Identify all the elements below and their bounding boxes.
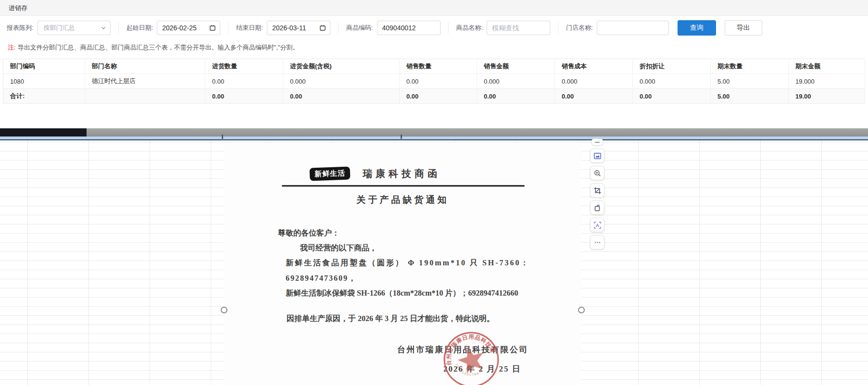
divider [118,23,119,33]
image-viewer-toolbar: A [590,138,604,249]
report-type-select[interactable]: 按部门汇总 [38,21,111,35]
report-table: 部门编码 部门名称 进货数量 进货金额(含税) 销售数量 销售金额 销售成本 折… [3,59,865,104]
copy-icon [593,204,602,212]
product-name-label: 商品名称: [456,24,483,32]
resize-handle-left[interactable] [221,307,227,313]
salutation: 尊敬的各位客户： [278,228,581,238]
end-date-label: 结束日期: [236,24,263,32]
letterhead-title: 瑞康科技商函 [363,167,440,180]
document-title: 关于产品缺货通知 [224,194,581,206]
zoom-in-tool-button[interactable] [590,166,604,180]
crop-tool-button[interactable] [590,183,604,198]
intro-line: 我司经营的以下商品， [300,243,581,253]
col-header: 部门编码 [3,59,85,74]
col-header: 销售成本 [555,59,633,74]
export-button[interactable]: 导出 [725,20,762,36]
col-header: 期末数量 [711,59,789,74]
table-header-row: 部门编码 部门名称 进货数量 进货金额(含税) 销售数量 销售金额 销售成本 折… [3,59,865,74]
col-header: 销售数量 [400,59,477,74]
col-header: 进货金额(含税) [283,59,400,74]
note-line: 注:导出文件分部门汇总、商品汇总、部门商品汇总三个表，不需分开导出。输入多个商品… [8,43,299,52]
report-type-group: 报表陈列: 按部门汇总 [7,21,111,35]
copy-tool-button[interactable] [590,200,604,215]
chevron-down-icon [101,25,106,31]
start-date-label: 起始日期: [126,24,153,32]
letterhead-rule [282,185,525,186]
note-text: 导出文件分部门汇总、商品汇总、部门商品汇总三个表，不需分开导出。输入多个商品编码… [18,44,299,51]
product-line-1: 新鲜生活食品用塑盘（圆形） Φ 190mm*10 只 SH-7360： [286,258,581,268]
barcode-line-1: 6928947473609， [286,273,581,283]
ocr-tool-button[interactable]: A [590,218,604,232]
divider [338,23,339,33]
calendar-icon [319,25,326,31]
selection-center-marker [401,135,402,139]
start-date-input[interactable]: 2026-02-25 [157,21,220,35]
end-date-input[interactable]: 2026-03-11 [267,21,330,35]
image-icon [593,152,602,160]
closing-line: 因排单生产原因，于 2026 年 3 月 25 日才能出货，特此说明。 [287,314,581,323]
product-line-2: 新鲜生活制冰保鲜袋 SH-1266（18cm*28cm*10 片）；692894… [286,288,581,298]
col-header: 期末金额 [789,59,865,74]
divider [448,23,449,33]
horizontal-scrollbar[interactable] [0,128,868,137]
spreadsheet-grid[interactable]: 新鲜生活 瑞康科技商函 关于产品缺货通知 尊敬的各位客户： 我司经营的以下商品，… [0,140,868,385]
product-code-group: 商品编码: [346,21,440,35]
report-type-label: 报表陈列: [7,24,34,32]
col-header: 折扣折让 [633,59,711,74]
store-name-group: 门店名称: [566,21,669,35]
scrollbar-thumb[interactable] [0,128,87,137]
document-preview-image[interactable]: 新鲜生活 瑞康科技商函 关于产品缺货通知 尊敬的各位客户： 我司经营的以下商品，… [224,142,581,385]
end-date-group: 结束日期: 2026-03-11 [236,21,330,35]
company-stamp: 台州市瑞康日用品科技有限公司 1022110170071 [434,323,508,385]
divider [558,23,558,33]
toolbar-collapse-button[interactable] [591,138,604,146]
col-header: 销售金额 [477,59,555,74]
table-total-row: 合计: 0.00 0.00 0.00 0.00 0.00 0.00 5.00 1… [3,89,865,104]
divider [228,23,228,33]
store-name-label: 门店名称: [566,24,593,32]
crop-icon [593,186,602,195]
more-tool-button[interactable] [590,235,604,249]
note-prefix: 注: [8,44,16,51]
query-button[interactable]: 查询 [678,20,716,36]
product-code-input[interactable] [377,21,440,35]
product-name-input[interactable] [487,21,550,35]
page-title: 进销存 [0,0,868,16]
svg-text:A: A [596,223,599,227]
resize-handle-right[interactable] [578,307,585,313]
col-header: 部门名称 [85,59,205,74]
product-code-label: 商品编码: [346,24,373,32]
company-logo: 新鲜生活 [310,167,351,181]
col-header: 进货数量 [205,59,283,74]
filter-toolbar: 报表陈列: 按部门汇总 起始日期: 2026-02-25 结束日期: 2026-… [0,16,868,40]
start-date-group: 起始日期: 2026-02-25 [126,21,221,35]
report-type-value: 按部门汇总 [44,24,75,32]
calendar-icon [209,25,216,31]
table-row[interactable]: 1080 德江时代上层店 0.00 0.000 0.00 0.000 0.000… [3,74,865,89]
more-icon [593,238,602,247]
zoom-in-icon [593,169,602,177]
minimize-dash-icon [595,142,600,143]
app-window: 进销存 报表陈列: 按部门汇总 起始日期: 2026-02-25 结束日期: 2… [0,0,868,385]
product-name-group: 商品名称: [456,21,551,35]
letterhead: 新鲜生活 瑞康科技商函 [310,167,581,180]
ocr-icon: A [593,221,602,229]
image-tool-button[interactable] [590,149,604,163]
store-name-input[interactable] [597,21,669,35]
selection-edge-marker [222,135,223,139]
